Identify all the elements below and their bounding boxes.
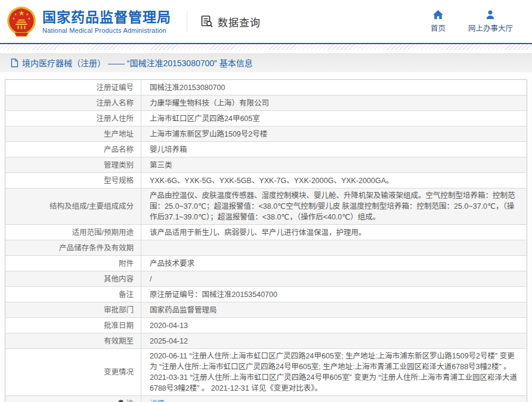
agency-logo-home-link[interactable]: ★ ★ ★ ★ ★ 国家药品监督管理局 National Medical Pro…: [6, 6, 171, 37]
page-title: 境内医疗器械（注册） —— “国械注准20153080700” 基本信息: [22, 57, 253, 69]
site-header: ★ ★ ★ ★ ★ 国家药品监督管理局 National Medical Pro…: [0, 0, 532, 43]
nav-home[interactable]: 首页: [431, 10, 446, 33]
row-value-note: 详情: [141, 396, 527, 402]
row-value: 上海市浦东新区罗山路1509号2号楼: [141, 126, 527, 141]
header-divider: [187, 11, 187, 32]
row-value: 婴儿培养箱: [141, 142, 527, 157]
row-value: 力康华耀生物科技（上海）有限公司: [141, 95, 527, 110]
table-row-note: 注 详情: [5, 396, 527, 402]
row-label: 审批部门: [5, 302, 141, 317]
user-icon: [485, 10, 496, 20]
agency-name-en: National Medical Products Administration: [42, 27, 171, 34]
table-row: 注册证编号 国械注准20153080700: [5, 80, 527, 95]
row-value: YXK-6G、YXK-5G、YXK-5GB、YXK-7G、YXK-2000G、Y…: [141, 173, 527, 188]
table-row: 结构及组成/主要组成成分 产品由控温仪、皮肤温度传感器、湿度控制模块、婴儿舱、升…: [5, 188, 527, 225]
document-search-icon: [200, 15, 214, 28]
row-value: 国械注准20153080700: [141, 80, 527, 95]
pin-icon: [117, 400, 124, 402]
row-value: 产品技术要求: [141, 256, 527, 271]
row-label: 产品储存条件及有效期: [5, 240, 141, 255]
row-label: 批准日期: [5, 318, 141, 333]
svg-text:★: ★: [28, 17, 31, 20]
row-label: 变更情况: [5, 349, 141, 395]
row-value: 产品由控温仪、皮肤温度传感器、湿度控制模块、婴儿舱、升降机架及输液架组成。空气控…: [141, 188, 527, 224]
data-query-section[interactable]: 数据查询: [200, 14, 261, 29]
table-row: 注册人名称 力康华耀生物科技（上海）有限公司: [5, 95, 527, 111]
row-value: 原注册证编号：国械注准20153540700: [141, 287, 527, 302]
note-label: 注: [126, 398, 134, 402]
row-label: 附件: [5, 256, 141, 271]
table-row: 有效期至 2025-04-12: [5, 333, 527, 349]
document-icon: [11, 58, 18, 67]
svg-text:★: ★: [14, 13, 17, 16]
top-nav: 首页 网上办事大厅: [431, 10, 513, 33]
nav-online-hall-label: 网上办事大厅: [468, 22, 513, 33]
table-row: 备注 原注册证编号：国械注准20153540700: [5, 287, 527, 302]
table-row: 适用范围/预期用途 该产品适用于新生儿、病弱婴儿、早产儿进行体温保温，护理用。: [5, 225, 527, 240]
row-label-note: 注: [5, 396, 141, 402]
svg-text:★: ★: [18, 9, 25, 17]
row-label: 注册人住所: [5, 111, 141, 126]
nav-online-hall[interactable]: 网上办事大厅: [468, 10, 513, 33]
details-link[interactable]: 详情: [150, 398, 165, 402]
row-value: 上海市虹口区广灵四路24甲605室: [141, 111, 527, 126]
row-label: 有效期至: [5, 333, 141, 348]
row-value: 2020-06-11 “注册人住所:上海市虹口区广灵四路24甲605室; 生产地…: [141, 349, 527, 395]
row-label: 结构及组成/主要组成成分: [5, 188, 141, 224]
row-label: 适用范围/预期用途: [5, 225, 141, 240]
row-label: 其他内容: [5, 271, 141, 286]
row-value: 国家药品监督管理局: [141, 302, 527, 317]
row-value: [141, 240, 527, 255]
table-row: 附件 产品技术要求: [5, 256, 527, 271]
table-row: 管理类别 第三类: [5, 157, 527, 173]
table-row: 变更情况 2020-06-11 “注册人住所:上海市虹口区广灵四路24甲605室…: [5, 349, 527, 396]
row-value: 2025-04-12: [141, 333, 527, 348]
table-row: 注册人住所 上海市虹口区广灵四路24甲605室: [5, 111, 527, 126]
agency-name-cn: 国家药品监督管理局: [42, 10, 171, 25]
hatch-decoration-band: [0, 44, 532, 50]
row-label: 备注: [5, 287, 141, 302]
home-icon: [432, 10, 444, 20]
row-label: 注册人名称: [5, 95, 141, 110]
row-label: 型号规格: [5, 173, 141, 188]
row-label: 产品名称: [5, 142, 141, 157]
table-row: 型号规格 YXK-6G、YXK-5G、YXK-5GB、YXK-7G、YXK-20…: [5, 173, 527, 188]
registration-info-table: 注册证编号 国械注准20153080700 注册人名称 力康华耀生物科技（上海）…: [5, 79, 527, 402]
breadcrumb: 境内医疗器械（注册） —— “国械注准20153080700” 基本信息: [0, 53, 532, 72]
table-row: 审批部门 国家药品监督管理局: [5, 302, 527, 318]
row-value: /: [141, 271, 527, 286]
table-row: 生产地址 上海市浦东新区罗山路1509号2号楼: [5, 126, 527, 142]
row-label: 生产地址: [5, 126, 141, 141]
row-label: 管理类别: [5, 157, 141, 172]
table-row: 产品名称 婴儿培养箱: [5, 142, 527, 157]
svg-text:★: ★: [13, 17, 16, 20]
national-emblem-icon: ★ ★ ★ ★ ★: [6, 6, 37, 37]
row-value: 第三类: [141, 157, 527, 172]
table-row: 批准日期 2020-04-13: [5, 318, 527, 333]
table-row: 其他内容 /: [5, 271, 527, 287]
row-value: 该产品适用于新生儿、病弱婴儿、早产儿进行体温保温，护理用。: [141, 225, 527, 240]
table-row: 产品储存条件及有效期: [5, 240, 527, 256]
agency-titles: 国家药品监督管理局 National Medical Products Admi…: [42, 10, 171, 34]
row-label: 注册证编号: [5, 80, 141, 95]
data-query-label: 数据查询: [218, 14, 261, 29]
row-value: 2020-04-13: [141, 318, 527, 333]
nav-home-label: 首页: [431, 22, 446, 33]
svg-text:★: ★: [26, 13, 29, 16]
